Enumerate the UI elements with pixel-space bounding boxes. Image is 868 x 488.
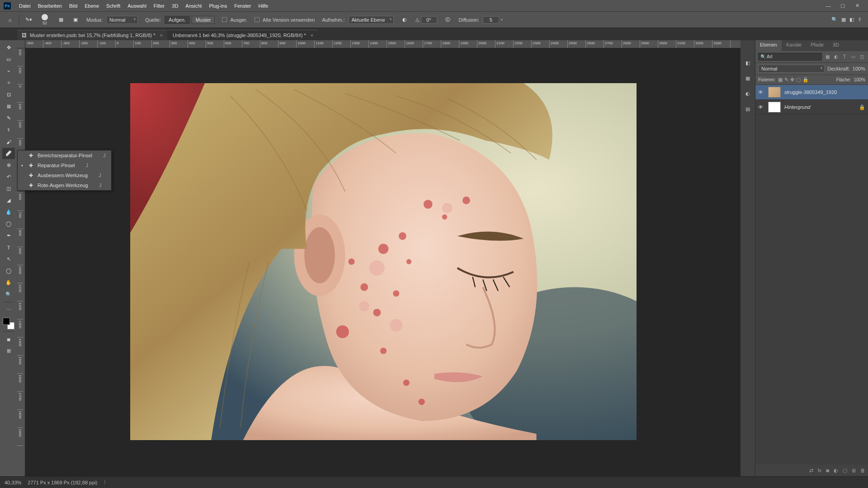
- frame-tool[interactable]: ⊠: [2, 101, 15, 112]
- marquee-tool[interactable]: ▭: [2, 54, 15, 65]
- menu-ebene[interactable]: Ebene: [81, 0, 103, 11]
- pen-tool[interactable]: ✒: [2, 230, 15, 241]
- color-panel-icon[interactable]: ◧: [743, 58, 752, 67]
- search-icon[interactable]: 🔍: [831, 17, 838, 23]
- crop-tool[interactable]: ⊡: [2, 89, 15, 100]
- brush-settings-icon[interactable]: ▦: [55, 14, 67, 26]
- share-icon[interactable]: ⇪: [858, 17, 862, 23]
- fx-icon[interactable]: fx: [818, 468, 822, 473]
- pressure-size-icon[interactable]: Ⓒ: [442, 14, 454, 26]
- path-tool[interactable]: ↖: [2, 253, 15, 265]
- zoom-level[interactable]: 40,33%: [5, 480, 21, 485]
- dodge-tool[interactable]: ◯: [2, 218, 15, 230]
- maximize-icon[interactable]: ▢: [835, 0, 850, 11]
- menu-hilfe[interactable]: Hilfe: [255, 0, 272, 11]
- sampled-button[interactable]: Aufgen.: [165, 16, 190, 24]
- pattern-button[interactable]: Muster: [192, 16, 215, 24]
- filter-shape-icon[interactable]: ▭: [849, 53, 857, 61]
- flyout-bereichsreparatur-pinsel[interactable]: ✚Bereichsreparatur-PinselJ: [18, 150, 111, 160]
- aligned-checkbox[interactable]: [222, 17, 227, 22]
- tab-close-icon[interactable]: ×: [160, 33, 163, 38]
- link-layers-icon[interactable]: ⇄: [809, 468, 813, 474]
- history-brush-tool[interactable]: ↶: [2, 171, 15, 183]
- patch-tool[interactable]: ⚕: [2, 124, 15, 136]
- lock-trans-icon[interactable]: ▦: [778, 77, 783, 83]
- menu-filter[interactable]: Filter: [150, 0, 168, 11]
- menu-datei[interactable]: Datei: [15, 0, 34, 11]
- fill-value[interactable]: 100%: [854, 77, 865, 82]
- trash-icon[interactable]: 🗑: [860, 468, 865, 473]
- lock-all-icon[interactable]: 🔒: [802, 77, 809, 83]
- menu-fenster[interactable]: Fenster: [231, 0, 255, 11]
- menu-ansicht[interactable]: Ansicht: [182, 0, 205, 11]
- document-tab[interactable]: 🖼Muster erstellen.psdc bei 15,7% (Farbfü…: [17, 30, 167, 40]
- flyout-reparatur-pinsel[interactable]: •✚Reparatur-PinselJ: [18, 160, 111, 170]
- adjustments-panel-icon[interactable]: ◐: [743, 89, 752, 98]
- filter-adjust-icon[interactable]: ◐: [832, 53, 840, 61]
- opacity-value[interactable]: 100%: [853, 66, 865, 71]
- lock-pos-icon[interactable]: ✥: [790, 77, 794, 83]
- panel-tab-3d[interactable]: 3D: [828, 40, 844, 51]
- blend-mode-dropdown[interactable]: Normal: [106, 16, 138, 24]
- zoom-tool[interactable]: 🔍: [2, 289, 15, 300]
- healing-brush-tool[interactable]: 🩹: [2, 148, 15, 159]
- visibility-icon[interactable]: 👁: [758, 89, 764, 95]
- mask-icon[interactable]: ◙: [826, 468, 829, 473]
- blur-tool[interactable]: 💧: [2, 206, 15, 218]
- cloud-docs-icon[interactable]: ▦: [841, 17, 846, 23]
- adjustment-icon[interactable]: ◐: [834, 468, 838, 474]
- edit-toolbar[interactable]: ⋯: [2, 304, 15, 315]
- menu-schrift[interactable]: Schrift: [103, 0, 124, 11]
- layer-blend-dropdown[interactable]: Normal: [758, 65, 825, 73]
- lasso-tool[interactable]: ⌁: [2, 66, 15, 77]
- menu-bild[interactable]: Bild: [66, 0, 81, 11]
- eyedropper-tool[interactable]: ✎: [2, 113, 15, 124]
- quickmask-tool[interactable]: ◙: [2, 333, 15, 345]
- menu-bearbeiten[interactable]: Bearbeiten: [34, 0, 66, 11]
- libraries-panel-icon[interactable]: ▤: [743, 104, 752, 113]
- color-picker[interactable]: [3, 318, 14, 329]
- ignore-adj-icon[interactable]: ◐: [398, 14, 411, 26]
- tab-close-icon[interactable]: ×: [311, 33, 313, 38]
- filter-type-icon[interactable]: T: [841, 53, 848, 61]
- move-tool[interactable]: ✥: [2, 42, 15, 53]
- type-tool[interactable]: T: [2, 242, 15, 253]
- tool-preset-icon[interactable]: ✎▾: [22, 14, 35, 26]
- legacy-checkbox[interactable]: [255, 17, 259, 22]
- flyout-rote-augen-werkzeug[interactable]: ✚Rote-Augen-WerkzeugJ: [18, 180, 111, 190]
- filter-pixels-icon[interactable]: ▦: [824, 53, 831, 61]
- diffusion-input[interactable]: 5: [483, 16, 499, 23]
- lock-pixels-icon[interactable]: ✎: [784, 77, 788, 83]
- menu-auswahl[interactable]: Auswahl: [124, 0, 150, 11]
- layer-thumbnail[interactable]: [768, 102, 781, 113]
- document-canvas[interactable]: [130, 83, 637, 440]
- lock-artboard-icon[interactable]: ▢: [796, 77, 801, 83]
- home-icon[interactable]: ⌂: [4, 14, 16, 26]
- stamp-tool[interactable]: ⊕: [2, 160, 15, 171]
- filter-smart-icon[interactable]: ◫: [858, 53, 865, 61]
- minimize-icon[interactable]: —: [821, 0, 835, 11]
- panel-tab-kanäle[interactable]: Kanäle: [782, 40, 806, 51]
- hand-tool[interactable]: ✋: [2, 277, 15, 288]
- brush-preview[interactable]: 52: [36, 13, 54, 27]
- layer-row[interactable]: 👁struggle-3805349_1920: [755, 85, 868, 100]
- angle-input[interactable]: 0°: [421, 16, 437, 23]
- menu-plug-ins[interactable]: Plug-ins: [205, 0, 231, 11]
- layer-filter-dropdown[interactable]: 🔍 Art: [758, 53, 822, 61]
- close-icon[interactable]: ✕: [850, 0, 864, 11]
- sample-dropdown[interactable]: Aktuelle Ebene: [349, 16, 394, 24]
- panel-tab-ebenen[interactable]: Ebenen: [755, 40, 782, 51]
- brush-tool[interactable]: 🖌: [2, 136, 15, 147]
- clone-source-icon[interactable]: ▣: [69, 14, 82, 26]
- shape-tool[interactable]: ◯: [2, 265, 15, 277]
- gradient-tool[interactable]: ◢: [2, 195, 15, 206]
- menu-3d[interactable]: 3D: [168, 0, 182, 11]
- panel-tab-pfade[interactable]: Pfade: [806, 40, 828, 51]
- new-layer-icon[interactable]: ⊞: [852, 468, 856, 474]
- document-tab[interactable]: Unbenannt-1 bei 40,3% (struggle-3805349_…: [168, 30, 318, 40]
- status-arrow-icon[interactable]: 〉: [104, 479, 108, 486]
- layer-thumbnail[interactable]: [768, 87, 781, 98]
- workspace-icon[interactable]: ◧: [849, 17, 854, 23]
- screenmode-tool[interactable]: ⊞: [2, 345, 15, 357]
- flyout-ausbessern-werkzeug[interactable]: ✚Ausbessern-WerkzeugJ: [18, 170, 111, 180]
